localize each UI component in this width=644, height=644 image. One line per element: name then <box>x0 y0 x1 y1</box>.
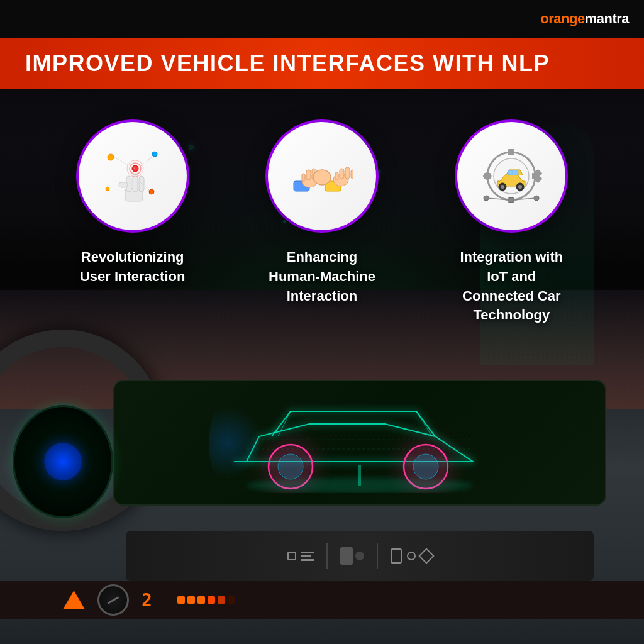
features-section: Revolutionizing User Interaction <box>0 101 644 344</box>
brand-logo: orange mantra <box>540 11 629 27</box>
svg-rect-39 <box>508 149 514 155</box>
dial-1 <box>97 584 129 616</box>
indicator-lights <box>177 596 235 604</box>
svg-rect-13 <box>139 176 144 192</box>
svg-rect-30 <box>302 174 305 181</box>
card-label-2: Enhancing Human-Machine Interaction <box>269 248 375 306</box>
control-group-left <box>287 552 314 561</box>
svg-rect-49 <box>514 170 518 175</box>
svg-rect-33 <box>340 169 344 179</box>
icon-inner-1 <box>79 123 186 230</box>
svg-point-53 <box>518 185 522 189</box>
svg-rect-36 <box>335 172 338 180</box>
warning-triangle-icon <box>63 591 85 609</box>
warning-status-bar: 2 <box>0 581 644 619</box>
dashboard-screen <box>113 380 606 506</box>
svg-rect-48 <box>508 170 513 175</box>
svg-point-51 <box>501 185 504 189</box>
divider-2 <box>377 543 378 569</box>
top-bar: orange mantra <box>0 0 644 38</box>
holographic-display <box>209 392 511 493</box>
card-label-3: Integration with IoT and Connected Car T… <box>460 248 563 325</box>
touch-interaction-icon <box>101 145 164 208</box>
cluster-center <box>44 443 82 480</box>
control-group-right <box>391 548 432 564</box>
ctrl-btn-1 <box>287 552 296 560</box>
icon-inner-2 <box>269 123 375 230</box>
svg-line-22 <box>114 157 135 169</box>
card-label-1: Revolutionizing User Interaction <box>80 248 186 287</box>
bottom-controls <box>126 531 594 581</box>
svg-point-3 <box>278 454 303 479</box>
svg-point-21 <box>106 187 109 191</box>
logo-orange-text: orange <box>540 11 584 27</box>
svg-point-37 <box>313 170 331 185</box>
divider-1 <box>326 543 328 569</box>
ctrl-center-2 <box>355 552 364 560</box>
svg-line-0 <box>278 411 291 436</box>
svg-rect-14 <box>119 182 128 187</box>
instrument-cluster <box>13 405 113 518</box>
svg-point-19 <box>152 152 157 157</box>
logo-white-text: mantra <box>585 11 629 27</box>
svg-point-20 <box>149 189 154 194</box>
title-banner: IMPROVED VEHICLE INTERFACES WITH NLP <box>0 38 644 89</box>
ctrl-center-1 <box>340 547 353 565</box>
handshake-icon <box>291 145 353 208</box>
icon-inner-3 <box>458 123 565 230</box>
svg-rect-34 <box>345 167 350 179</box>
svg-rect-27 <box>306 170 311 180</box>
svg-rect-46 <box>483 172 492 180</box>
feature-card-integration: Integration with IoT and Connected Car T… <box>430 119 593 325</box>
page-title: IMPROVED VEHICLE INTERFACES WITH NLP <box>25 50 619 77</box>
speed-display: 2 <box>142 590 152 611</box>
control-group-center <box>340 547 364 565</box>
ctrl-right-2 <box>407 552 416 560</box>
feature-card-revolutionizing: Revolutionizing User Interaction <box>51 119 214 287</box>
ctrl-right-1 <box>391 548 402 564</box>
connected-car-icon <box>480 145 543 208</box>
page-wrapper: 2 orange mantra IMPROVED VEHICLE INTERFA… <box>0 0 644 644</box>
svg-point-18 <box>108 154 114 160</box>
ctrl-bars <box>301 552 314 561</box>
svg-point-5 <box>413 454 438 479</box>
ctrl-right-3 <box>418 548 434 564</box>
svg-rect-35 <box>351 170 353 179</box>
icon-circle-2 <box>265 119 379 233</box>
feature-card-enhancing: Enhancing Human-Machine Interaction <box>240 119 404 306</box>
icon-circle-1 <box>76 119 189 233</box>
icon-circle-3 <box>455 119 568 233</box>
